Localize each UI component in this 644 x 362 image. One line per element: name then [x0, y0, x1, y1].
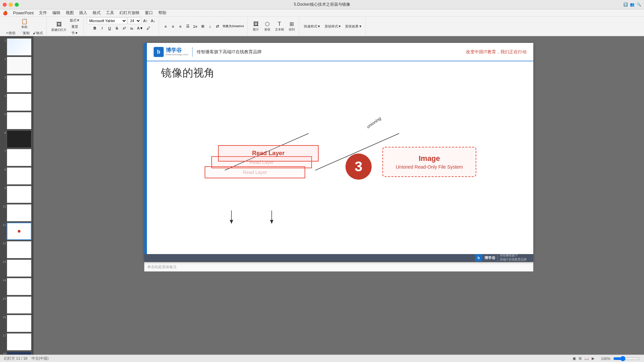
slide-title[interactable]: 镜像的视角: [161, 66, 215, 80]
layout-button[interactable]: 版式▼: [68, 17, 81, 23]
quick-styles-button[interactable]: 快速样式▼: [303, 23, 322, 29]
column-button[interactable]: ⊞: [199, 23, 206, 30]
insert-textbox-button[interactable]: T文本框: [274, 20, 285, 33]
menu-view[interactable]: 视图: [66, 10, 74, 16]
align-left-button[interactable]: ≡: [162, 23, 169, 30]
cut-button[interactable]: ✂剪切: [5, 30, 17, 36]
slide-panel[interactable]: 1 2 3 4 5 6 7: [0, 36, 34, 355]
slide-thumb-10[interactable]: 10: [2, 204, 32, 222]
font-size-select[interactable]: 24: [128, 17, 141, 24]
font-decrease-button[interactable]: A↓: [150, 17, 157, 24]
slide-preview-1[interactable]: [7, 38, 32, 56]
slide-preview-10[interactable]: [7, 204, 32, 222]
menu-insert[interactable]: 插入: [79, 10, 87, 16]
slide-preview-9[interactable]: [7, 186, 32, 203]
italic-button[interactable]: I: [99, 25, 106, 32]
slide-preview-18[interactable]: [7, 352, 32, 355]
menu-window[interactable]: 窗口: [145, 10, 153, 16]
share-icon[interactable]: ⬆️: [623, 2, 628, 7]
slide-preview-15[interactable]: [7, 296, 32, 314]
menu-file[interactable]: 文件: [39, 10, 47, 16]
insert-image-button[interactable]: 🖼图片: [251, 20, 261, 33]
slide-preview-4[interactable]: [7, 94, 32, 111]
insert-table-button[interactable]: ⊞排列: [287, 20, 297, 33]
layer-box-1[interactable]: Read Layer: [218, 145, 319, 162]
view-slide-sorter-icon[interactable]: ⊞: [579, 356, 582, 361]
align-right-button[interactable]: ≡: [177, 23, 184, 30]
menu-slideshow[interactable]: 幻灯片放映: [119, 10, 140, 16]
slide-preview-12[interactable]: [7, 241, 32, 258]
line-spacing-button[interactable]: ↕: [207, 23, 213, 30]
section-button[interactable]: 节▼: [68, 30, 81, 36]
format-copy-button[interactable]: 🖌格式: [32, 30, 44, 36]
close-button[interactable]: [3, 3, 7, 7]
slide-thumb-13[interactable]: 13: [2, 259, 32, 277]
slide-preview-6[interactable]: [7, 130, 32, 148]
slide-preview-2[interactable]: [7, 57, 32, 74]
maximize-button[interactable]: [15, 3, 19, 7]
slide-thumb-16[interactable]: 16: [2, 315, 32, 332]
mac-window-controls[interactable]: [3, 3, 19, 7]
reset-button[interactable]: 重置: [68, 24, 81, 30]
slide-thumb-5[interactable]: 5: [2, 112, 32, 129]
bullet-list-button[interactable]: ☰: [184, 23, 191, 30]
slide-preview-7[interactable]: [7, 149, 32, 166]
font-color-button[interactable]: A▼: [136, 25, 145, 32]
menu-tools[interactable]: 工具: [106, 10, 114, 16]
slide-thumb-8[interactable]: 8: [2, 167, 32, 185]
subscript-button[interactable]: x₂: [128, 25, 135, 32]
copy-button[interactable]: 📄复制: [17, 30, 31, 36]
slide-thumb-7[interactable]: 7: [2, 149, 32, 166]
menu-edit[interactable]: 编辑: [52, 10, 60, 16]
slide-preview-8[interactable]: [7, 167, 32, 185]
slide-thumb-14[interactable]: 14: [2, 278, 32, 295]
menu-format[interactable]: 格式: [93, 10, 101, 16]
info-box[interactable]: Image Unioned Read-Only File System: [382, 147, 476, 177]
slide-preview-14[interactable]: [7, 278, 32, 295]
shape-fill-button[interactable]: 形状样式▼: [323, 23, 343, 29]
apple-menu[interactable]: 🍎: [3, 11, 8, 15]
direction-button[interactable]: ⇄: [214, 23, 221, 30]
slide-preview-13[interactable]: [7, 259, 32, 277]
numbered-list-button[interactable]: 1≡: [192, 23, 199, 30]
slide-preview-17[interactable]: [7, 333, 32, 351]
slide-preview-5[interactable]: [7, 112, 32, 129]
slide-thumb-17[interactable]: 17: [2, 333, 32, 351]
menu-help[interactable]: 帮助: [158, 10, 166, 16]
slide-thumb-6[interactable]: 6: [2, 130, 32, 148]
slide-thumb-18[interactable]: 18: [2, 352, 32, 355]
slide-thumb-12[interactable]: 12: [2, 241, 32, 258]
bold-button[interactable]: B: [92, 25, 98, 32]
minimize-button[interactable]: [9, 3, 13, 7]
slide-thumb-11[interactable]: 11: [2, 223, 32, 240]
new-slide-button[interactable]: 🖼新建幻灯片: [50, 21, 68, 33]
slide-thumb-2[interactable]: 2: [2, 57, 32, 74]
slide-thumb-9[interactable]: 9: [2, 186, 32, 203]
font-family-select[interactable]: Microsoft YaHei: [87, 17, 127, 24]
slide-preview-3[interactable]: [7, 75, 32, 93]
shape-effects-button[interactable]: 形状效果▼: [344, 23, 363, 29]
insert-shape-button[interactable]: ⬡形状: [262, 20, 272, 33]
notes-area[interactable]: 单击此处添加备注: [144, 262, 533, 272]
search-top-icon[interactable]: 🔍: [637, 2, 641, 7]
strikethrough-button[interactable]: S̶: [114, 25, 120, 32]
convert-smartart-button[interactable]: 转换为SmartArt: [221, 23, 245, 30]
underline-button[interactable]: U: [106, 25, 113, 32]
paste-button[interactable]: 📋粘贴: [19, 17, 30, 30]
superscript-button[interactable]: x²: [121, 25, 128, 32]
font-increase-button[interactable]: A↑: [142, 17, 149, 24]
slide-thumb-3[interactable]: 3: [2, 75, 32, 93]
align-center-button[interactable]: ≡: [170, 23, 176, 30]
slide-thumb-4[interactable]: 4: [2, 94, 32, 111]
view-slideshow-icon[interactable]: ▶: [592, 356, 594, 361]
slide-canvas[interactable]: b 博学谷 www.boxuegu.com 传智播客旗下高端IT在线教育品牌 改…: [144, 43, 533, 261]
text-highlight-button[interactable]: 🖊: [145, 25, 152, 32]
menu-powerpoint[interactable]: PowerPoint: [13, 11, 34, 15]
view-reading-icon[interactable]: 📖: [584, 356, 589, 361]
slide-preview-11[interactable]: [7, 223, 32, 240]
slide-preview-16[interactable]: [7, 315, 32, 332]
slide-thumb-1[interactable]: 1: [2, 38, 32, 56]
slide-thumb-15[interactable]: 15: [2, 296, 32, 314]
zoom-slider[interactable]: [613, 357, 640, 361]
collab-icon[interactable]: 👥: [630, 2, 635, 7]
